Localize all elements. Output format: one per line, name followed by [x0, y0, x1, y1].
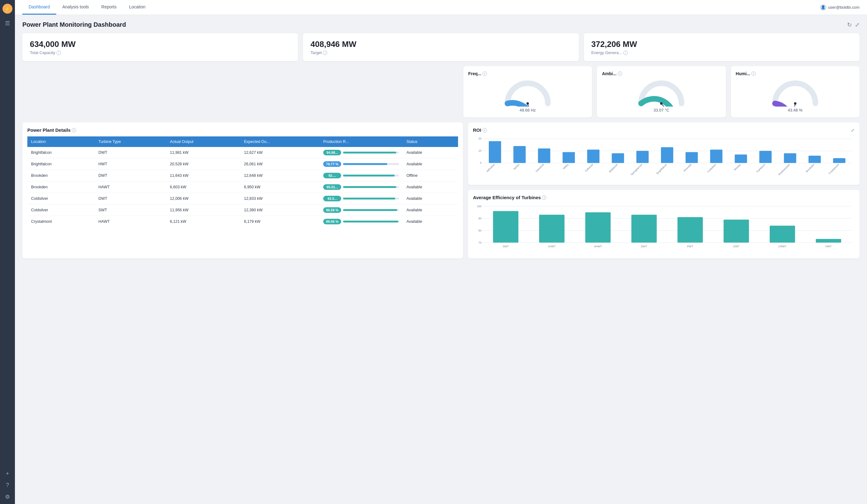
help-icon[interactable]: ? — [6, 482, 9, 489]
tab-location[interactable]: Location — [123, 0, 152, 14]
tab-reports[interactable]: Reports — [95, 0, 123, 14]
svg-text:Brightfalcon: Brightfalcon — [656, 163, 668, 175]
svg-rect-50 — [493, 211, 518, 243]
table-row: BrookdenHAWT6,603 kW6,950 kW 95.01... Av… — [27, 181, 458, 193]
kpi-info-icon-2[interactable]: i — [623, 51, 628, 55]
gauge-info-2[interactable]: i — [751, 72, 756, 76]
cell-location[interactable]: Brookden — [27, 170, 95, 181]
gauge-card-1: Ambi... i 33.07 °C — [597, 66, 726, 117]
cell-status: Available — [403, 193, 458, 204]
table-header-col: Location — [27, 137, 95, 147]
svg-text:10: 10 — [479, 149, 482, 152]
gauge-value-1: 33.07 °C — [653, 108, 670, 112]
add-icon[interactable]: + — [6, 470, 9, 477]
svg-rect-40 — [833, 158, 846, 163]
kpi-label-1: Target i — [310, 50, 571, 55]
gauge-title-1: Ambi... i — [602, 71, 721, 76]
cell-status: Available — [403, 216, 458, 227]
cell-status: Available — [403, 181, 458, 193]
page-title: Power Plant Monitoring Dashboard — [22, 21, 126, 28]
cell-actual: 11,956 kW — [166, 204, 240, 216]
cell-location: Coldsilver — [27, 204, 95, 216]
refresh-button[interactable]: ↻ — [847, 21, 852, 28]
expand-button[interactable]: ⤢ — [855, 21, 859, 28]
cell-production: 95.01... — [320, 181, 403, 193]
cell-production: 99.06 % — [320, 216, 403, 227]
svg-point-3 — [660, 102, 663, 105]
kpi-info-icon-1[interactable]: i — [323, 51, 327, 55]
svg-rect-54 — [585, 212, 611, 243]
efficiency-info-icon[interactable]: i — [542, 195, 546, 200]
svg-text:0: 0 — [480, 161, 481, 164]
svg-text:SWT: SWT — [503, 245, 509, 248]
cell-expected: 12,380 kW — [240, 204, 320, 216]
gauge-card-2: Humi... i 43.48 % — [731, 66, 859, 117]
cell-production: 78.77 % — [320, 159, 403, 170]
top-navigation: Dashboard Analysis tools Reports Locatio… — [15, 0, 867, 15]
roi-expand-button[interactable]: ⤢ — [851, 128, 855, 133]
svg-text:80: 80 — [479, 229, 482, 232]
gauge-info-1[interactable]: i — [618, 72, 622, 76]
efficiency-chart-header: Average Efficiency of Turbines i — [473, 195, 855, 200]
table-info-icon[interactable]: i — [72, 128, 76, 132]
gauge-card-0: Freq... i 49.66 Hz — [463, 66, 592, 117]
svg-rect-12 — [489, 141, 501, 163]
cell-location: Brightfalcon — [27, 147, 95, 159]
cell-production: 93.5... — [320, 193, 403, 204]
progress-bar — [343, 152, 399, 153]
nav-tabs: Dashboard Analysis tools Reports Locatio… — [22, 0, 152, 14]
user-email: user@boldbi.com — [828, 5, 859, 10]
gauge-row: Freq... i 49.66 Hz Ambi... i 33.07 °C Hu… — [463, 66, 859, 117]
svg-rect-58 — [677, 217, 703, 243]
cell-status: Available — [403, 159, 458, 170]
power-plant-table: LocationTurbine TypeActual OutputExpecte… — [27, 137, 458, 227]
svg-rect-16 — [538, 149, 550, 163]
svg-rect-24 — [636, 151, 649, 163]
svg-text:Riverdell: Riverdell — [683, 163, 692, 172]
user-avatar: 👤 — [820, 4, 826, 11]
svg-rect-52 — [539, 215, 565, 243]
power-plant-table-section: Power Plant Details i LocationTurbine Ty… — [22, 122, 463, 258]
bottom-row: Power Plant Details i LocationTurbine Ty… — [22, 122, 859, 258]
progress-bar — [343, 163, 399, 165]
svg-rect-30 — [710, 150, 722, 163]
tab-dashboard[interactable]: Dashboard — [22, 0, 56, 14]
kpi-info-icon-0[interactable]: i — [56, 51, 61, 55]
menu-icon[interactable]: ☰ — [5, 20, 10, 27]
svg-text:Westay: Westay — [734, 163, 741, 171]
svg-text:Widebush: Widebush — [608, 163, 618, 173]
cell-actual: 11,643 kW — [166, 170, 240, 181]
svg-rect-60 — [724, 220, 749, 243]
sidebar: ⚡ ☰ + ? ⚙ — [0, 0, 15, 504]
cell-actual: 6,603 kW — [166, 181, 240, 193]
kpi-value-1: 408,946 MW — [310, 40, 571, 49]
tab-analysis-tools[interactable]: Analysis tools — [56, 0, 95, 14]
gauge-info-0[interactable]: i — [483, 72, 487, 76]
cell-location: Crystalmont — [27, 216, 95, 227]
cell-expected: 6,950 kW — [240, 181, 320, 193]
svg-text:Fallwood: Fallwood — [585, 163, 594, 172]
svg-rect-56 — [631, 215, 657, 243]
svg-rect-28 — [686, 152, 698, 163]
progress-bar — [343, 186, 399, 188]
svg-text:90: 90 — [479, 217, 482, 220]
settings-icon[interactable]: ⚙ — [5, 493, 10, 500]
table-header-col: Expected Ou... — [240, 137, 320, 147]
kpi-row: 634,000 MW Total Capacity i 408,946 MW T… — [22, 33, 859, 61]
kpi-card-1: 408,946 MW Target i — [303, 33, 579, 61]
table-header-col: Status — [403, 137, 458, 147]
cell-actual: 12,006 kW — [166, 193, 240, 204]
cell-turbine: DWT — [95, 170, 166, 181]
svg-text:DWT: DWT — [641, 245, 647, 248]
svg-text:20: 20 — [479, 137, 482, 140]
cell-location: Coldsilver — [27, 193, 95, 204]
svg-text:Valhollow: Valhollow — [486, 163, 495, 173]
table-row: BrightfalconHWT20,528 kW26,061 kW 78.77 … — [27, 159, 458, 170]
svg-text:Glassholt: Glassholt — [535, 163, 545, 173]
charts-section: ROI i ⤢ 01020ValhollowJanleaGlassholtMil… — [468, 122, 859, 258]
svg-text:Milley: Milley — [563, 163, 569, 170]
roi-info-icon[interactable]: i — [483, 128, 487, 132]
cell-turbine: DWT — [95, 147, 166, 159]
cell-location: Brookden — [27, 181, 95, 193]
app-logo[interactable]: ⚡ — [2, 4, 12, 14]
